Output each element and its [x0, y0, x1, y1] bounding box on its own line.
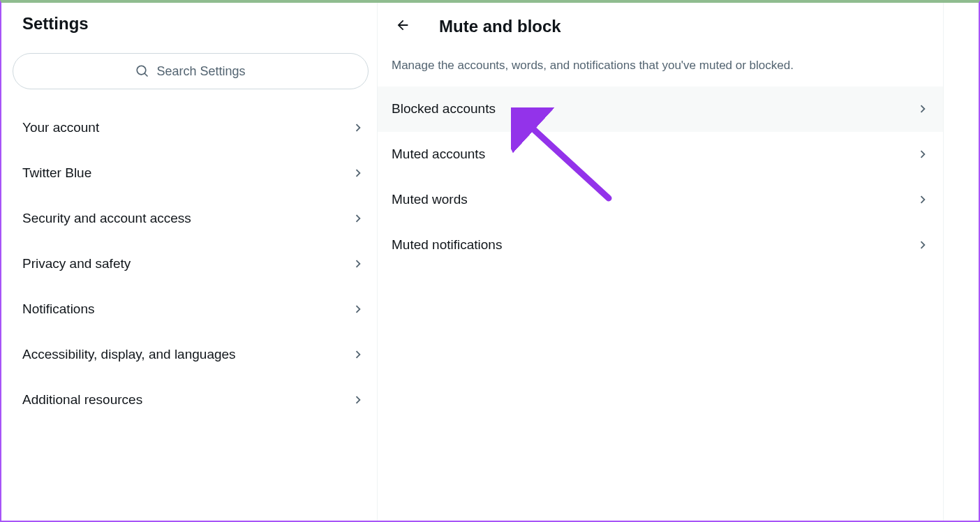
sidebar-item-label: Privacy and safety	[22, 256, 131, 271]
sidebar-item-label: Notifications	[22, 301, 95, 317]
mute-block-list: Blocked accounts Muted accounts Muted wo…	[378, 87, 943, 268]
chevron-right-icon	[350, 120, 366, 135]
arrow-left-icon	[395, 17, 410, 36]
settings-nav: Your account Twitter Blue Security and a…	[4, 98, 377, 422]
chevron-right-icon	[915, 101, 930, 117]
sidebar-item-label: Accessibility, display, and languages	[22, 347, 236, 362]
chevron-right-icon	[350, 392, 366, 408]
menu-item-label: Muted words	[392, 192, 468, 207]
chevron-right-icon	[350, 211, 366, 226]
chevron-right-icon	[350, 256, 366, 271]
sidebar-item-label: Additional resources	[22, 392, 142, 408]
chevron-right-icon	[350, 165, 366, 181]
chevron-right-icon	[350, 347, 366, 362]
menu-item-blocked-accounts[interactable]: Blocked accounts	[378, 87, 943, 132]
main-header: Mute and block	[378, 3, 943, 45]
menu-item-muted-notifications[interactable]: Muted notifications	[378, 223, 943, 268]
search-settings-input[interactable]: Search Settings	[13, 53, 369, 89]
menu-item-label: Blocked accounts	[392, 101, 496, 117]
search-icon	[135, 64, 149, 78]
sidebar-item-label: Security and account access	[22, 211, 191, 226]
chevron-right-icon	[350, 301, 366, 317]
search-container: Search Settings	[4, 45, 377, 98]
sidebar-item-privacy-safety[interactable]: Privacy and safety	[4, 241, 377, 286]
main-panel: Mute and block Manage the accounts, word…	[378, 3, 943, 521]
sidebar-item-accessibility-display-languages[interactable]: Accessibility, display, and languages	[4, 331, 377, 377]
chevron-right-icon	[915, 237, 930, 253]
menu-item-label: Muted notifications	[392, 237, 502, 253]
sidebar-item-your-account[interactable]: Your account	[4, 105, 377, 150]
settings-app: Settings Search Settings Your account Tw…	[4, 3, 944, 521]
menu-item-muted-words[interactable]: Muted words	[378, 177, 943, 223]
sidebar-item-security-account-access[interactable]: Security and account access	[4, 195, 377, 241]
page-title: Mute and block	[439, 17, 561, 36]
settings-title: Settings	[4, 3, 377, 45]
back-button[interactable]	[390, 14, 415, 39]
sidebar-item-label: Twitter Blue	[22, 165, 91, 181]
sidebar-item-twitter-blue[interactable]: Twitter Blue	[4, 150, 377, 195]
menu-item-label: Muted accounts	[392, 147, 485, 162]
search-placeholder: Search Settings	[156, 64, 245, 79]
page-description: Manage the accounts, words, and notifica…	[378, 45, 943, 87]
chevron-right-icon	[915, 147, 930, 162]
sidebar-item-label: Your account	[22, 120, 99, 135]
sidebar-item-notifications[interactable]: Notifications	[4, 286, 377, 331]
settings-sidebar: Settings Search Settings Your account Tw…	[4, 3, 378, 521]
chevron-right-icon	[915, 192, 930, 207]
menu-item-muted-accounts[interactable]: Muted accounts	[378, 132, 943, 177]
sidebar-item-additional-resources[interactable]: Additional resources	[4, 377, 377, 422]
